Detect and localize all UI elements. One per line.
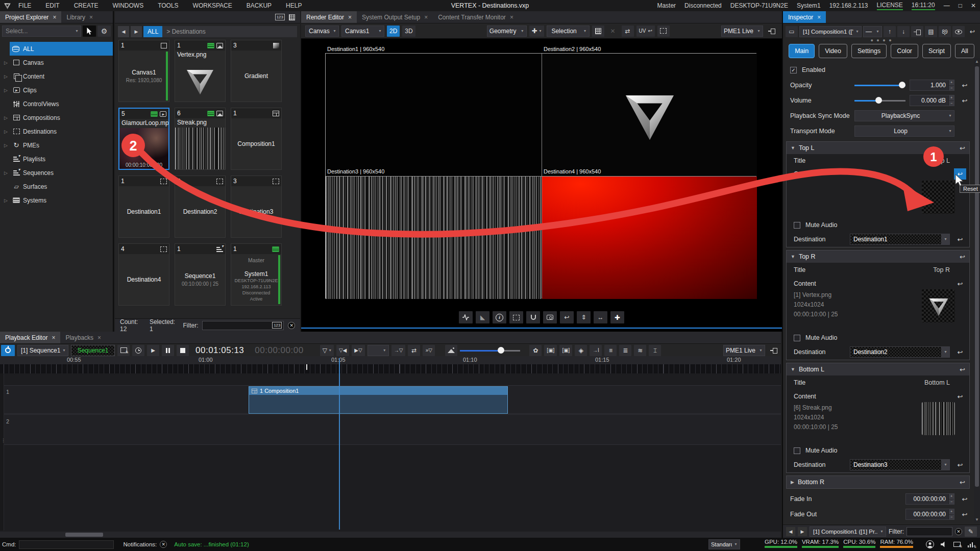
reset-icon[interactable]: ↩ bbox=[962, 82, 968, 89]
library-cell-destination3[interactable]: 3 Destination3 bbox=[231, 176, 282, 238]
pme-live-dropdown[interactable]: PME1 Live▾ bbox=[721, 26, 763, 37]
library-cell-sequence1[interactable]: 1 Sequence1 00:10:00:00 | 25 bbox=[175, 243, 226, 306]
next-object-button[interactable]: ▶ bbox=[798, 527, 807, 536]
stepper[interactable]: +− bbox=[948, 494, 954, 504]
tree-item-playlists[interactable]: Playlists bbox=[0, 152, 113, 166]
grid-snap-icon[interactable] bbox=[592, 26, 604, 37]
jump-cue-icon[interactable]: »▽ bbox=[423, 345, 435, 356]
reset-icon[interactable]: ↩ bbox=[960, 366, 965, 373]
play-button[interactable]: ▶ bbox=[147, 345, 159, 356]
edit-sequence-icon[interactable] bbox=[117, 345, 130, 356]
menu-workspace[interactable]: WORKSPACE bbox=[186, 2, 239, 9]
uv-tool-button[interactable]: UV↩ bbox=[636, 26, 655, 37]
tab-playback-editor[interactable]: Playback Editor× bbox=[0, 332, 60, 343]
multi-select-icon[interactable]: 8͓9 bbox=[939, 26, 951, 37]
live-sequence-chip[interactable]: Sequence1 bbox=[71, 345, 115, 356]
shear-tool-icon[interactable]: ⇄ bbox=[622, 26, 634, 37]
expander-icon[interactable]: ▷ bbox=[2, 143, 10, 148]
library-cell-destination4[interactable]: 4 Destination4 bbox=[118, 243, 169, 306]
numeric-filter-icon[interactable]: 123 bbox=[272, 322, 282, 329]
canvas-select-dropdown[interactable]: Canvas1▾ bbox=[341, 26, 384, 37]
transport-mode-dropdown[interactable]: Loop▾ bbox=[854, 126, 954, 137]
track-height-slider[interactable] bbox=[460, 345, 520, 356]
reset-icon[interactable]: ↩ bbox=[962, 511, 968, 518]
cmd-input[interactable] bbox=[19, 540, 114, 549]
align-top-icon[interactable]: ≣ bbox=[619, 345, 631, 356]
selection-frame-icon[interactable] bbox=[509, 311, 523, 323]
fit-height-icon[interactable]: ⇕ bbox=[577, 311, 591, 323]
opacity-slider[interactable] bbox=[854, 80, 905, 91]
section-top-l-header[interactable]: ▼ Top L ↩ bbox=[787, 142, 969, 154]
expander-icon[interactable]: ▷ bbox=[2, 198, 10, 203]
section-bottom-r-header[interactable]: ▶ Bottom R ↩ bbox=[787, 476, 969, 488]
shuffle-icon[interactable]: ⇄ bbox=[408, 345, 420, 356]
pan-tool-icon[interactable]: ✚ bbox=[610, 311, 624, 323]
destination-dropdown[interactable]: Destination1 ▾ bbox=[850, 234, 950, 245]
goto-end-icon[interactable]: →I bbox=[590, 345, 602, 356]
tab-main[interactable]: Main bbox=[789, 44, 815, 58]
timer-icon[interactable] bbox=[132, 345, 144, 356]
content-reset-button[interactable]: ↩ bbox=[954, 168, 966, 180]
destination-dropdown[interactable]: Destination3 ▾ bbox=[850, 459, 950, 470]
stop-button[interactable] bbox=[177, 345, 189, 356]
tab-inspector[interactable]: Inspector× bbox=[783, 11, 826, 23]
frame-all-icon[interactable]: [▣] bbox=[559, 345, 572, 356]
reset-icon[interactable]: ↩ bbox=[958, 281, 963, 287]
breadcrumb-path[interactable]: > Destinations bbox=[162, 28, 205, 35]
view-2d-button[interactable]: 2D bbox=[387, 26, 400, 37]
content-thumbnail-vertex[interactable] bbox=[922, 289, 955, 322]
refresh-icon[interactable]: ↩ bbox=[966, 26, 978, 37]
expander-icon[interactable]: ▷ bbox=[2, 115, 10, 120]
breadcrumb-all[interactable]: ALL bbox=[143, 26, 162, 37]
reset-view-icon[interactable]: ↩ bbox=[560, 311, 574, 323]
rename-icon[interactable]: ▭ bbox=[786, 26, 798, 37]
notifications-clear-icon[interactable]: ✕ bbox=[160, 541, 167, 548]
mute-audio-checkbox[interactable] bbox=[794, 447, 800, 454]
playback-sync-dropdown[interactable]: PlaybackSync▾ bbox=[854, 110, 954, 121]
sidebar-icon[interactable]: ▤ bbox=[925, 26, 937, 37]
drag-handle[interactable]: ● ● ● ● bbox=[783, 38, 980, 42]
next-cue-icon[interactable]: ▶▽ bbox=[352, 345, 364, 356]
sequence-dropdown[interactable]: [1] Sequence1▾ bbox=[17, 345, 68, 356]
tab-project-explorer[interactable]: Project Explorer× bbox=[0, 11, 61, 23]
close-button[interactable]: ✕ bbox=[971, 2, 976, 9]
library-cell-canvas1[interactable]: 1 Canvas1 Res: 1920,1080 bbox=[118, 40, 169, 102]
display-settings-icon[interactable] bbox=[953, 542, 961, 547]
back-button[interactable]: ◀ bbox=[118, 26, 129, 37]
power-button[interactable] bbox=[1, 345, 15, 356]
license-button[interactable]: LICENSE bbox=[877, 2, 903, 10]
expander-icon[interactable]: ▷ bbox=[2, 88, 10, 93]
track-lane-2[interactable] bbox=[4, 414, 781, 445]
nav-down-icon[interactable]: ↓ bbox=[897, 26, 910, 37]
fade-out-value[interactable]: 00:00:00:00 +− bbox=[905, 509, 954, 520]
align-icon[interactable]: ≡ bbox=[604, 345, 617, 356]
opacity-value[interactable]: 1.000 +− bbox=[910, 80, 954, 91]
section-bottom-l-header[interactable]: ▼ Bottom L ↩ bbox=[787, 363, 969, 375]
scroll-down-icon[interactable]: ▼ bbox=[974, 516, 980, 522]
close-icon[interactable]: × bbox=[817, 14, 821, 21]
tab-color[interactable]: Color bbox=[891, 44, 918, 58]
tree-item-systems[interactable]: ▷ Systems bbox=[0, 193, 113, 207]
tree-item-canvas[interactable]: ▷ Canvas bbox=[0, 56, 113, 69]
zoom-selection-icon[interactable]: ◈ bbox=[575, 345, 587, 356]
state-dropdown[interactable]: —▾ bbox=[863, 26, 882, 37]
pin-icon[interactable] bbox=[768, 345, 780, 356]
timeline-ruler[interactable]: 00:55 01:00 01:05 01:10 01:15 01:20 bbox=[0, 356, 781, 364]
enabled-checkbox[interactable]: ✓ bbox=[790, 67, 797, 73]
expander-icon[interactable]: ▷ bbox=[2, 170, 10, 176]
menu-backup[interactable]: BACKUP bbox=[239, 2, 279, 9]
menu-edit[interactable]: EDIT bbox=[38, 2, 66, 9]
stepper[interactable]: +− bbox=[948, 509, 954, 519]
reset-icon[interactable]: ↩ bbox=[962, 97, 968, 104]
destination2-quad[interactable] bbox=[542, 54, 757, 176]
quality-mode-dropdown[interactable]: Standard▾ bbox=[708, 539, 740, 549]
scroll-up-icon[interactable]: ▲ bbox=[974, 58, 980, 64]
reset-icon[interactable]: ↩ bbox=[960, 479, 965, 486]
distribute-icon[interactable]: ≋ bbox=[634, 345, 646, 356]
visibility-icon[interactable] bbox=[952, 26, 965, 37]
drag-handle[interactable]: ⋮ bbox=[1, 440, 6, 441]
pin-icon[interactable] bbox=[766, 26, 778, 37]
grid-view-icon[interactable] bbox=[289, 14, 295, 20]
follow-playhead-icon[interactable]: ✿ bbox=[529, 345, 542, 356]
collapse-icon[interactable]: ▼ bbox=[791, 254, 795, 259]
